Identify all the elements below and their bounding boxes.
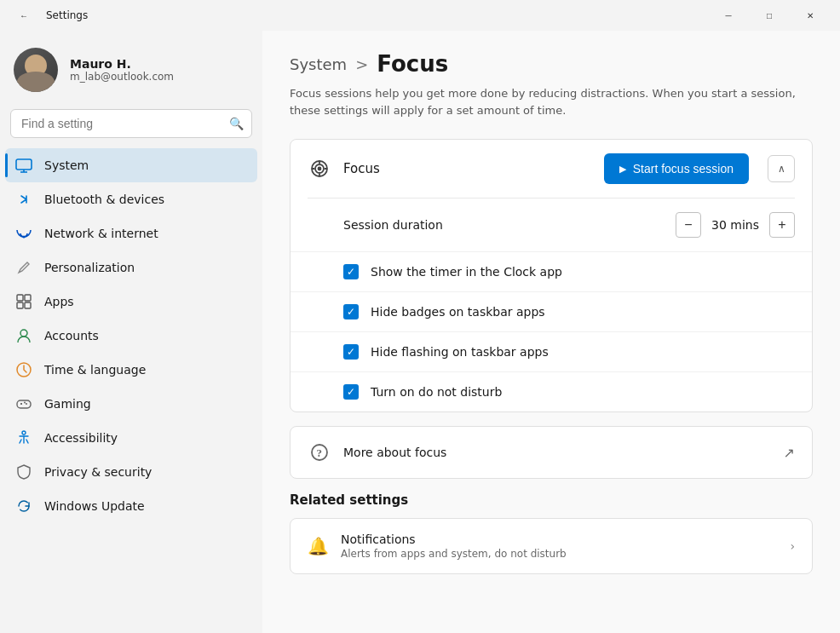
- check-mark: ✓: [347, 346, 355, 358]
- breadcrumb-separator: >: [355, 55, 368, 73]
- content-area: System > Focus Focus sessions help you g…: [262, 31, 840, 633]
- sidebar-item-label-personalization: Personalization: [44, 261, 135, 274]
- personalization-icon: [15, 259, 32, 276]
- sidebar-item-apps[interactable]: Apps: [5, 285, 257, 319]
- sidebar-item-privacy[interactable]: Privacy & security: [5, 455, 257, 489]
- sidebar-item-label-time: Time & language: [44, 363, 146, 377]
- checkbox-list: ✓ Show the timer in the Clock app ✓ Hide…: [291, 251, 812, 411]
- sidebar-item-label-accessibility: Accessibility: [44, 431, 118, 445]
- start-focus-button[interactable]: ▶ Start focus session: [604, 153, 749, 184]
- checkbox-dnd[interactable]: ✓: [343, 384, 359, 400]
- checkbox-row-timer: ✓ Show the timer in the Clock app: [291, 251, 812, 291]
- checkbox-row-flashing: ✓ Hide flashing on taskbar apps: [291, 331, 812, 371]
- more-focus-label: More about focus: [343, 446, 772, 459]
- sidebar-item-label-gaming: Gaming: [44, 397, 91, 411]
- checkbox-flashing[interactable]: ✓: [343, 344, 359, 360]
- page-header: System > Focus Focus sessions help you g…: [290, 51, 813, 118]
- focus-label: Focus: [343, 161, 592, 176]
- collapse-focus-button[interactable]: ∧: [768, 155, 795, 182]
- checkbox-row-badges: ✓ Hide badges on taskbar apps: [291, 291, 812, 331]
- check-mark: ✓: [347, 306, 355, 318]
- user-info: Mauro H. m_lab@outlook.com: [70, 57, 174, 83]
- sidebar-item-gaming[interactable]: Gaming: [5, 387, 257, 421]
- more-focus-icon: ?: [308, 440, 331, 464]
- back-button[interactable]: ←: [10, 3, 37, 28]
- sidebar-item-update[interactable]: Windows Update: [5, 489, 257, 523]
- checkbox-badges[interactable]: ✓: [343, 304, 359, 319]
- window-controls: ─ □ ✕: [709, 3, 830, 28]
- breadcrumb: System > Focus: [290, 51, 813, 77]
- close-button[interactable]: ✕: [791, 3, 830, 28]
- sidebar-item-network[interactable]: Network & internet: [5, 216, 257, 250]
- minimize-button[interactable]: ─: [709, 3, 748, 28]
- more-focus-card: ? More about focus ↗: [290, 426, 813, 479]
- related-settings-card: 🔔 Notifications Alerts from apps and sys…: [290, 518, 813, 574]
- svg-point-15: [22, 431, 26, 434]
- sidebar-item-label-network: Network & internet: [44, 227, 158, 240]
- notifications-row[interactable]: 🔔 Notifications Alerts from apps and sys…: [291, 519, 812, 573]
- notification-title: Notifications: [341, 532, 778, 546]
- search-input[interactable]: [10, 109, 252, 138]
- accounts-icon: [15, 327, 32, 344]
- sidebar-item-bluetooth[interactable]: Bluetooth & devices: [5, 182, 257, 216]
- svg-rect-4: [17, 295, 23, 301]
- system-icon: [15, 157, 32, 174]
- external-link-icon: ↗: [784, 445, 795, 461]
- sidebar-item-label-accounts: Accounts: [44, 329, 99, 342]
- more-focus-row[interactable]: ? More about focus ↗: [291, 427, 812, 478]
- maximize-button[interactable]: □: [750, 3, 789, 28]
- update-icon: [15, 498, 32, 515]
- focus-icon: [308, 157, 331, 181]
- notification-info: Notifications Alerts from apps and syste…: [341, 532, 778, 560]
- start-focus-label: Start focus session: [633, 162, 734, 176]
- svg-text:?: ?: [317, 446, 323, 459]
- network-icon: [15, 225, 32, 242]
- chevron-right-icon: ›: [790, 539, 795, 553]
- nav-list: System Bluetooth & devices Network & int…: [0, 148, 262, 523]
- sidebar-item-personalization[interactable]: Personalization: [5, 250, 257, 285]
- apps-icon: [15, 293, 32, 310]
- svg-point-18: [319, 168, 321, 170]
- user-email: m_lab@outlook.com: [70, 71, 174, 83]
- check-mark: ✓: [347, 386, 355, 398]
- session-duration-label: Session duration: [308, 218, 665, 232]
- sidebar-item-label-apps: Apps: [44, 295, 74, 308]
- back-icon: ←: [20, 11, 28, 20]
- session-duration-row: Session duration − 30 mins +: [291, 199, 812, 251]
- sidebar-item-label-system: System: [44, 158, 89, 172]
- checkbox-timer[interactable]: ✓: [343, 264, 359, 279]
- avatar: [14, 48, 58, 92]
- sidebar-item-accounts[interactable]: Accounts: [5, 319, 257, 353]
- duration-increase-button[interactable]: +: [769, 212, 795, 238]
- sidebar-item-accessibility[interactable]: Accessibility: [5, 421, 257, 455]
- user-profile[interactable]: Mauro H. m_lab@outlook.com: [0, 31, 262, 109]
- checkbox-label-dnd: Turn on do not disturb: [371, 385, 502, 399]
- search-icon: 🔍: [229, 117, 244, 130]
- breadcrumb-parent: System: [290, 55, 347, 73]
- duration-decrease-button[interactable]: −: [676, 212, 701, 238]
- checkbox-label-flashing: Hide flashing on taskbar apps: [371, 345, 549, 359]
- notification-subtitle: Alerts from apps and system, do not dist…: [341, 548, 778, 560]
- checkbox-row-dnd: ✓ Turn on do not disturb: [291, 371, 812, 411]
- related-settings-title: Related settings: [290, 492, 813, 508]
- checkbox-label-badges: Hide badges on taskbar apps: [371, 305, 545, 319]
- svg-point-3: [23, 236, 26, 239]
- app-container: Mauro H. m_lab@outlook.com 🔍 System Blue…: [0, 31, 840, 633]
- svg-rect-5: [25, 295, 31, 301]
- check-mark: ✓: [347, 266, 355, 278]
- sidebar-item-system[interactable]: System: [5, 148, 257, 182]
- user-name: Mauro H.: [70, 57, 174, 71]
- focus-header: Focus ▶ Start focus session ∧: [291, 140, 812, 198]
- gaming-icon: [15, 395, 32, 412]
- titlebar: ← Settings ─ □ ✕: [0, 0, 840, 31]
- sidebar-item-label-bluetooth: Bluetooth & devices: [44, 193, 164, 206]
- time-icon: [15, 361, 32, 378]
- sidebar-item-time[interactable]: Time & language: [5, 353, 257, 387]
- sidebar-item-label-privacy: Privacy & security: [44, 465, 152, 479]
- svg-rect-10: [17, 400, 31, 408]
- accessibility-icon: [15, 429, 32, 446]
- svg-rect-0: [16, 159, 32, 170]
- bluetooth-icon: [15, 191, 32, 208]
- titlebar-left: ← Settings: [10, 3, 88, 28]
- svg-point-13: [26, 403, 27, 405]
